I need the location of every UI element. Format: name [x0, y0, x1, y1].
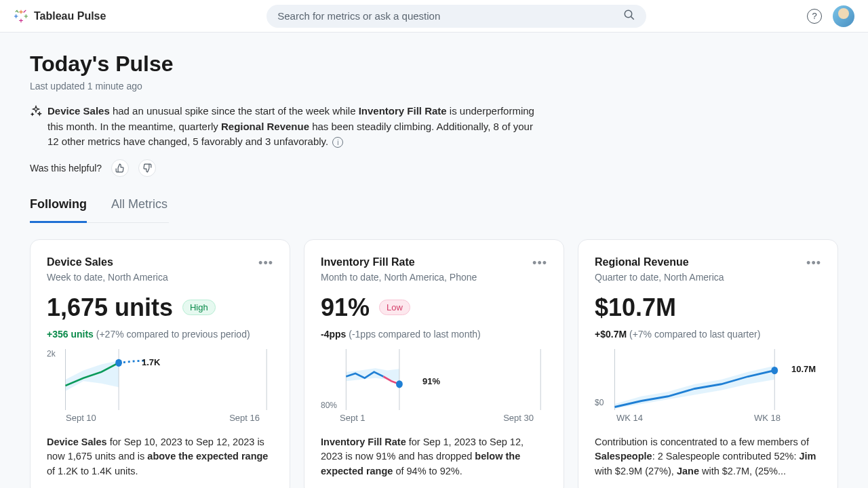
sparkline-chart: 2k 1.7K: [47, 349, 273, 410]
point-label: 91%: [422, 376, 440, 386]
metric-value: 91%: [321, 293, 370, 322]
status-badge: Low: [379, 300, 410, 315]
delta-value: +$0.7M: [595, 329, 627, 340]
page-title: Today's Pulse: [30, 52, 838, 77]
sparkle-icon: [30, 105, 42, 117]
search-input[interactable]: [277, 10, 623, 22]
tabs: Following All Metrics: [30, 197, 169, 223]
thumbs-down-button[interactable]: [138, 159, 156, 177]
last-updated: Last updated 1 minute ago: [30, 81, 838, 92]
point-label: 1.7K: [142, 357, 160, 367]
tab-following[interactable]: Following: [30, 197, 87, 223]
more-icon[interactable]: •••: [258, 256, 273, 270]
metric-value: $10.7M: [595, 293, 676, 322]
x-axis-left: WK 14: [616, 413, 643, 423]
more-icon[interactable]: •••: [806, 256, 821, 270]
svg-point-11: [771, 366, 778, 373]
tableau-logo-icon: [14, 9, 28, 24]
card-subtitle: Month to date, North America, Phone: [321, 272, 547, 283]
feedback-question: Was this helpful?: [30, 163, 102, 174]
metric-cards: Device Sales ••• Week to date, North Ame…: [30, 239, 838, 489]
insight-text: Contribution is concentrated to a few me…: [595, 435, 821, 479]
thumbs-up-button[interactable]: [111, 159, 129, 177]
svg-point-4: [115, 359, 122, 366]
metric-value: 1,675 units: [47, 293, 173, 322]
card-title: Device Sales: [47, 256, 113, 268]
sparkline-chart: 80% 91%: [321, 349, 547, 410]
x-axis-right: Sept 16: [229, 413, 260, 423]
delta-value: -4pps: [321, 329, 346, 340]
card-title: Inventory Fill Rate: [321, 256, 415, 268]
avatar[interactable]: [833, 5, 854, 27]
top-bar: Tableau Pulse ?: [0, 0, 868, 33]
status-badge: High: [182, 300, 216, 315]
app-logo: Tableau Pulse: [14, 9, 106, 24]
search-icon: [623, 9, 635, 23]
insight-text: Device Sales for Sep 10, 2023 to Sep 12,…: [47, 435, 273, 479]
help-icon[interactable]: ?: [807, 9, 822, 24]
svg-point-8: [396, 380, 403, 388]
more-icon[interactable]: •••: [532, 256, 547, 270]
x-axis-left: Sept 1: [340, 413, 366, 423]
metric-card-device-sales[interactable]: Device Sales ••• Week to date, North Ame…: [30, 239, 290, 489]
svg-point-0: [625, 10, 632, 18]
card-title: Regional Revenue: [595, 256, 689, 268]
card-subtitle: Week to date, North America: [47, 272, 273, 283]
x-axis-left: Sept 10: [66, 413, 96, 423]
sparkline-chart: $0 10.7M: [595, 349, 821, 410]
tab-all-metrics[interactable]: All Metrics: [111, 197, 167, 222]
delta-detail: (+7% compared to last quarter): [627, 329, 760, 340]
search-box[interactable]: [267, 5, 646, 28]
delta-detail: (+27% compared to previous period): [94, 329, 250, 340]
delta-detail: (-1pps compared to last month): [346, 329, 480, 340]
delta-value: +356 units: [47, 329, 94, 340]
insight-text: Inventory Fill Rate for Sep 1, 2023 to S…: [321, 435, 547, 479]
card-subtitle: Quarter to date, North America: [595, 272, 821, 283]
summary-text: Device Sales had an unusual spike since …: [47, 104, 545, 150]
info-icon[interactable]: i: [332, 137, 343, 148]
app-name: Tableau Pulse: [34, 10, 106, 22]
x-axis-right: WK 18: [754, 413, 781, 423]
metric-card-regional-revenue[interactable]: Regional Revenue ••• Quarter to date, No…: [578, 239, 838, 489]
metric-card-inventory-fill-rate[interactable]: Inventory Fill Rate ••• Month to date, N…: [304, 239, 564, 489]
x-axis-right: Sept 30: [503, 413, 534, 423]
point-label: 10.7M: [791, 364, 816, 374]
